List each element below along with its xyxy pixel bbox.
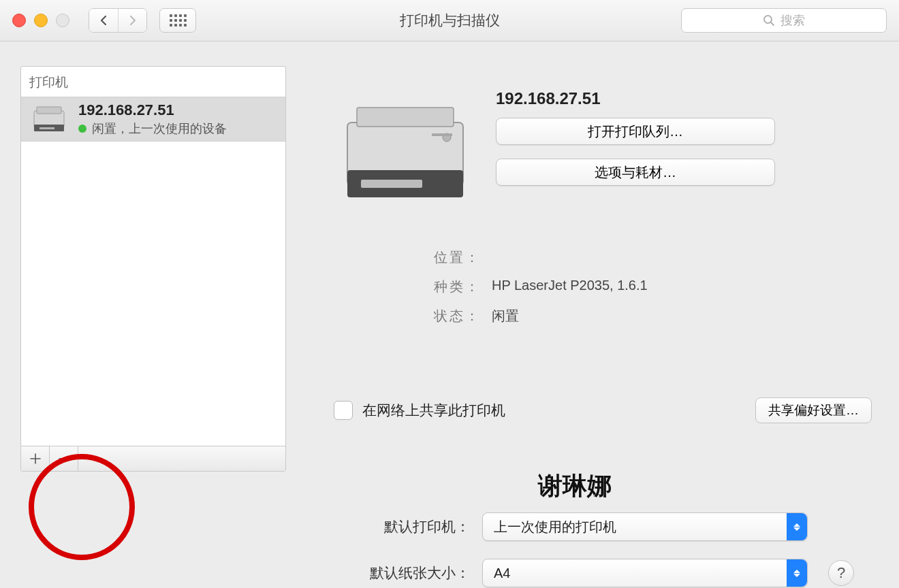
printer-thumbnail-icon [28, 103, 70, 135]
bottom-settings: 默认打印机： 上一次使用的打印机 默认纸张大小： A4 ? [0, 512, 899, 587]
search-icon [763, 14, 775, 27]
nav-back-forward [89, 8, 147, 33]
remove-printer-button[interactable] [50, 446, 78, 471]
printer-detail-pane: 192.168.27.51 打开打印队列… 选项与耗材… 位置： 种类： HP … [306, 66, 879, 472]
status-dot-idle-icon [78, 125, 86, 133]
kind-label: 种类： [415, 278, 481, 296]
svg-rect-11 [432, 133, 452, 136]
search-placeholder: 搜索 [780, 12, 805, 29]
watermark-text: 谢琳娜 [538, 470, 612, 503]
default-paper-label: 默认纸张大小： [0, 564, 482, 583]
open-print-queue-button[interactable]: 打开打印队列… [496, 118, 775, 145]
share-printer-row: 在网络上共享此打印机 共享偏好设置… [334, 397, 879, 423]
printer-list-pane: 打印机 192.168.27.51 闲置，上一次使用的设备 [20, 66, 286, 472]
printer-row-name: 192.168.27.51 [78, 101, 227, 119]
share-printer-label: 在网络上共享此打印机 [362, 401, 505, 420]
sharing-prefs-button[interactable]: 共享偏好设置… [755, 397, 872, 423]
svg-rect-9 [361, 180, 422, 188]
svg-line-1 [771, 22, 774, 25]
default-printer-value: 上一次使用的打印机 [494, 518, 616, 536]
back-button[interactable] [89, 9, 118, 32]
question-mark-icon: ? [837, 564, 845, 582]
chevron-left-icon [99, 15, 108, 26]
updown-arrows-icon [787, 559, 807, 587]
printer-list-row[interactable]: 192.168.27.51 闲置，上一次使用的设备 [21, 97, 285, 142]
location-label: 位置： [415, 248, 481, 267]
grid-icon [170, 14, 187, 27]
svg-rect-7 [357, 108, 454, 127]
default-paper-value: A4 [494, 566, 510, 581]
printer-title: 192.168.27.51 [496, 89, 775, 108]
chevron-right-icon [129, 15, 137, 26]
minimize-window-button[interactable] [34, 14, 48, 27]
printer-list-footer [21, 446, 285, 471]
printer-row-text: 192.168.27.51 闲置，上一次使用的设备 [78, 101, 227, 137]
printer-large-icon [327, 86, 482, 216]
close-window-button[interactable] [12, 14, 26, 27]
add-printer-button[interactable] [21, 446, 50, 471]
zoom-window-button [56, 14, 69, 27]
content-area: 打印机 192.168.27.51 闲置，上一次使用的设备 [0, 42, 899, 472]
svg-rect-5 [40, 127, 54, 129]
default-paper-select[interactable]: A4 [482, 559, 808, 587]
svg-rect-3 [37, 107, 61, 114]
forward-button [118, 9, 146, 32]
default-printer-label: 默认打印机： [0, 517, 482, 536]
printer-info-grid: 位置： 种类： HP LaserJet P2035, 1.6.1 状态： 闲置 [415, 248, 879, 336]
traffic-lights [12, 14, 69, 27]
share-printer-checkbox[interactable] [334, 401, 353, 420]
minus-icon [59, 453, 69, 464]
updown-arrows-icon [787, 513, 807, 540]
status-label: 状态： [415, 307, 481, 325]
plus-icon [30, 453, 41, 464]
show-all-prefs-button[interactable] [159, 8, 196, 33]
help-button[interactable]: ? [828, 560, 854, 586]
default-printer-select[interactable]: 上一次使用的打印机 [482, 512, 808, 541]
kind-value: HP LaserJet P2035, 1.6.1 [492, 278, 648, 296]
window-titlebar: 打印机与扫描仪 搜索 [0, 0, 899, 42]
printer-row-status-text: 闲置，上一次使用的设备 [92, 120, 227, 137]
search-input[interactable]: 搜索 [681, 8, 887, 33]
status-value: 闲置 [492, 307, 519, 325]
options-supplies-button[interactable]: 选项与耗材… [496, 159, 775, 186]
printer-list-header: 打印机 [21, 67, 285, 97]
printer-row-status: 闲置，上一次使用的设备 [78, 120, 227, 137]
